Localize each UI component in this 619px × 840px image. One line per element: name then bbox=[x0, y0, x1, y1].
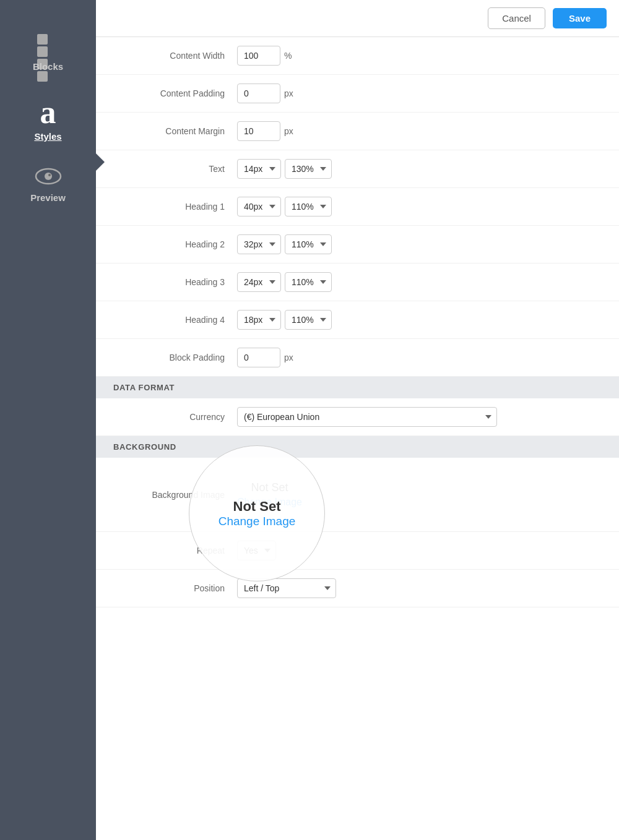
sidebar-item-styles-label: Styles bbox=[34, 131, 61, 142]
block-padding-controls: px bbox=[237, 348, 293, 367]
styles-icon: a bbox=[40, 96, 56, 129]
cancel-button[interactable]: Cancel bbox=[488, 7, 545, 29]
heading3-row: Heading 3 24px40px32px18px 110%100%120%1… bbox=[96, 264, 619, 301]
heading3-controls: 24px40px32px18px 110%100%120%130% bbox=[237, 272, 332, 292]
content-margin-unit: px bbox=[284, 126, 293, 136]
sidebar-item-blocks-label: Blocks bbox=[33, 61, 63, 72]
background-image-row: Background Image Not Set Change Image No… bbox=[96, 458, 619, 532]
background-header: BACKGROUND bbox=[96, 436, 619, 458]
currency-select[interactable]: (€) European Union ($) US Dollar (£) Bri… bbox=[237, 407, 497, 427]
sidebar-item-preview[interactable]: Preview bbox=[0, 154, 96, 215]
position-row: Position Left / Top Center / Top Right /… bbox=[96, 570, 619, 607]
background-image-controls: Not Set Change Image bbox=[237, 481, 302, 508]
content-width-label: Content Width bbox=[113, 51, 237, 61]
repeat-label: Repeat bbox=[113, 546, 237, 555]
heading1-label: Heading 1 bbox=[113, 202, 237, 212]
heading2-controls: 32px40px24px18px 110%100%120%130% bbox=[237, 234, 332, 254]
content-width-controls: % bbox=[237, 46, 292, 66]
sidebar-item-preview-label: Preview bbox=[30, 192, 66, 203]
repeat-select[interactable]: Yes No bbox=[237, 541, 276, 560]
position-select[interactable]: Left / Top Center / Top Right / Top Left… bbox=[237, 578, 336, 598]
heading2-row: Heading 2 32px40px24px18px 110%100%120%1… bbox=[96, 226, 619, 264]
heading4-label: Heading 4 bbox=[113, 315, 237, 325]
heading1-size-select[interactable]: 40px32px24px18px bbox=[237, 197, 281, 216]
main-panel: Cancel Save Content Width % Content Padd… bbox=[96, 0, 619, 840]
heading4-controls: 18px40px32px24px 110%100%120%130% bbox=[237, 310, 332, 330]
block-padding-row: Block Padding px bbox=[96, 339, 619, 377]
heading1-controls: 40px32px24px18px 110%100%120%130% bbox=[237, 197, 332, 216]
currency-row: Currency (€) European Union ($) US Dolla… bbox=[96, 398, 619, 436]
currency-label: Currency bbox=[113, 412, 237, 422]
heading1-row: Heading 1 40px32px24px18px 110%100%120%1… bbox=[96, 188, 619, 226]
content-width-unit: % bbox=[284, 51, 292, 61]
svg-point-1 bbox=[45, 173, 52, 180]
content-margin-label: Content Margin bbox=[113, 126, 237, 136]
save-button[interactable]: Save bbox=[553, 8, 607, 28]
content-margin-row: Content Margin px bbox=[96, 113, 619, 150]
text-row: Text 14px16px18px20px 130%100%110%120%14… bbox=[96, 150, 619, 188]
form-content: Content Width % Content Padding px Conte… bbox=[96, 37, 619, 607]
position-controls: Left / Top Center / Top Right / Top Left… bbox=[237, 578, 336, 598]
text-label: Text bbox=[113, 164, 237, 174]
background-image-label: Background Image bbox=[113, 490, 237, 500]
svg-point-2 bbox=[48, 174, 51, 176]
sidebar-item-blocks[interactable]: Blocks bbox=[0, 12, 96, 84]
block-padding-label: Block Padding bbox=[113, 353, 237, 362]
block-padding-unit: px bbox=[284, 353, 293, 362]
heading4-size-select[interactable]: 18px40px32px24px bbox=[237, 310, 281, 330]
heading2-label: Heading 2 bbox=[113, 239, 237, 249]
content-margin-input[interactable] bbox=[237, 121, 280, 141]
blocks-icon bbox=[35, 25, 62, 59]
heading4-line-height-select[interactable]: 110%100%120%130% bbox=[285, 310, 332, 330]
content-width-row: Content Width % bbox=[96, 37, 619, 75]
bg-not-set-text: Not Set bbox=[251, 481, 288, 494]
content-padding-input[interactable] bbox=[237, 84, 280, 103]
sidebar-item-styles[interactable]: a Styles bbox=[0, 84, 96, 154]
heading2-line-height-select[interactable]: 110%100%120%130% bbox=[285, 234, 332, 254]
content-padding-controls: px bbox=[237, 84, 293, 103]
data-format-header: DATA FORMAT bbox=[96, 377, 619, 398]
heading1-line-height-select[interactable]: 110%100%120%130% bbox=[285, 197, 332, 216]
sidebar: Blocks a Styles Preview bbox=[0, 0, 96, 840]
change-image-link[interactable]: Change Image bbox=[237, 497, 302, 508]
heading4-row: Heading 4 18px40px32px24px 110%100%120%1… bbox=[96, 301, 619, 339]
block-padding-input[interactable] bbox=[237, 348, 280, 367]
repeat-controls: Yes No bbox=[237, 541, 276, 560]
heading3-label: Heading 3 bbox=[113, 277, 237, 287]
content-padding-row: Content Padding px bbox=[96, 75, 619, 113]
preview-icon bbox=[35, 166, 62, 190]
magnifier-change-image: Change Image bbox=[219, 515, 296, 528]
heading3-line-height-select[interactable]: 110%100%120%130% bbox=[285, 272, 332, 292]
content-padding-label: Content Padding bbox=[113, 88, 237, 98]
content-margin-controls: px bbox=[237, 121, 293, 141]
heading2-size-select[interactable]: 32px40px24px18px bbox=[237, 234, 281, 254]
text-line-height-select[interactable]: 130%100%110%120%140% bbox=[285, 159, 332, 179]
currency-controls: (€) European Union ($) US Dollar (£) Bri… bbox=[237, 407, 497, 427]
repeat-row: Repeat Yes No bbox=[96, 532, 619, 570]
text-controls: 14px16px18px20px 130%100%110%120%140% bbox=[237, 159, 332, 179]
heading3-size-select[interactable]: 24px40px32px18px bbox=[237, 272, 281, 292]
text-size-select[interactable]: 14px16px18px20px bbox=[237, 159, 281, 179]
content-width-input[interactable] bbox=[237, 46, 280, 66]
content-padding-unit: px bbox=[284, 88, 293, 98]
sidebar-arrow bbox=[96, 153, 105, 171]
topbar: Cancel Save bbox=[96, 0, 619, 37]
position-label: Position bbox=[113, 583, 237, 593]
